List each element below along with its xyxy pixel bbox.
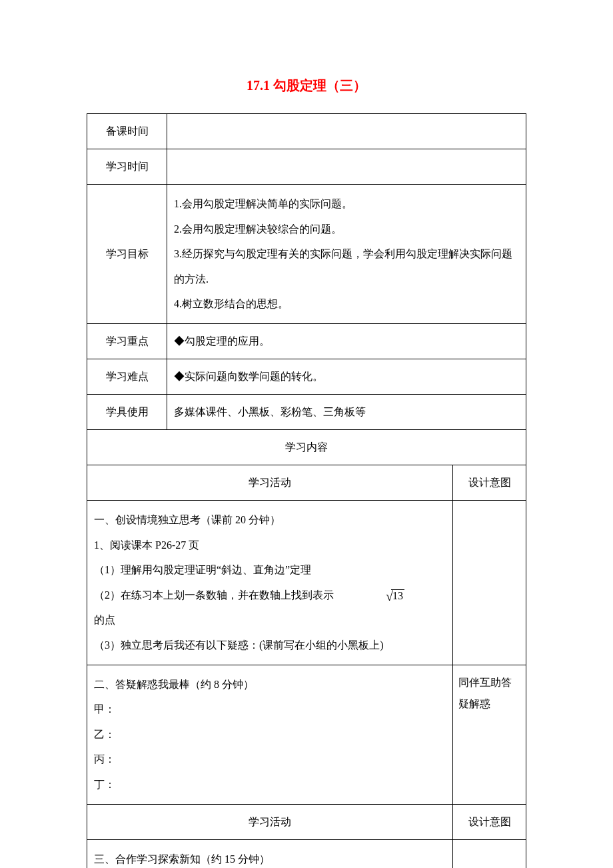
section2-line: 乙： (94, 722, 447, 747)
header-activity: 学习活动 (87, 465, 453, 500)
sqrt-prefix-text: （2）在练习本上划一条数轴，并在数轴上找到表示 (94, 589, 334, 601)
section3-heading: 三、合作学习探索新知（约 15 分钟） (94, 847, 447, 869)
table-row: 一、创设情境独立思考（课前 20 分钟） 1、阅读课本 P26-27 页 （1）… (87, 500, 526, 665)
section1-line-sqrt: （2）在练习本上划一条数轴，并在数轴上找到表示 √13 (94, 583, 447, 608)
objective-item: 3.经历探究与勾股定理有关的实际问题，学会利用勾股定理解决实际问题的方法. (174, 241, 520, 291)
sqrt-argument: 13 (391, 589, 404, 602)
table-row: 学习活动 设计意图 (87, 465, 526, 500)
section2-line: 丁： (94, 772, 447, 797)
table-row: 学习难点 ◆实际问题向数学问题的转化。 (87, 359, 526, 394)
objective-item: 2.会用勾股定理解决较综合的问题。 (174, 217, 520, 242)
table-row: 学习活动 设计意图 (87, 804, 526, 839)
label-study-time: 学习时间 (87, 149, 167, 185)
section2-cell: 二、答疑解惑我最棒（约 8 分钟） 甲： 乙： 丙： 丁： (87, 665, 453, 804)
value-objectives: 1.会用勾股定理解决简单的实际问题。 2.会用勾股定理解决较综合的问题。 3.经… (167, 185, 526, 324)
objective-item: 4.树立数形结合的思想。 (174, 291, 520, 317)
header-content: 学习内容 (87, 429, 526, 465)
table-row: 三、合作学习探索新知（约 15 分钟） 1、小组合作分析问题 2、小组合作答疑解… (87, 839, 526, 868)
objective-item: 1.会用勾股定理解决简单的实际问题。 (174, 191, 520, 217)
label-tools: 学具使用 (87, 394, 167, 429)
section1-line: （3）独立思考后我还有以下疑惑：(课前写在小组的小黑板上) (94, 633, 447, 658)
page-title: 17.1 勾股定理（三） (87, 77, 526, 95)
lesson-plan-table: 备课时间 学习时间 学习目标 1.会用勾股定理解决简单的实际问题。 2.会用勾股… (87, 113, 526, 868)
section3-cell: 三、合作学习探索新知（约 15 分钟） 1、小组合作分析问题 2、小组合作答疑解… (87, 839, 453, 868)
table-row: 学习内容 (87, 429, 526, 465)
value-key-point: ◆勾股定理的应用。 (167, 323, 526, 359)
label-objectives: 学习目标 (87, 185, 167, 324)
table-row: 学习目标 1.会用勾股定理解决简单的实际问题。 2.会用勾股定理解决较综合的问题… (87, 185, 526, 324)
section1-intent (453, 500, 526, 665)
section1-line: 1、阅读课本 P26-27 页 (94, 533, 447, 558)
value-tools: 多媒体课件、小黑板、彩粉笔、三角板等 (167, 394, 526, 429)
section2-line: 丙： (94, 747, 447, 772)
table-row: 学习时间 (87, 149, 526, 185)
section3-intent (453, 839, 526, 868)
value-prep-time (167, 114, 526, 149)
header-activity-2: 学习活动 (87, 804, 453, 839)
header-intent-2: 设计意图 (453, 804, 526, 839)
document-page: 17.1 勾股定理（三） 备课时间 学习时间 学习目标 1.会用勾股定理解决简单… (0, 0, 613, 868)
section2-heading: 二、答疑解惑我最棒（约 8 分钟） (94, 672, 447, 697)
table-row: 二、答疑解惑我最棒（约 8 分钟） 甲： 乙： 丙： 丁： 同伴互助答疑解惑 (87, 665, 526, 804)
value-difficulty: ◆实际问题向数学问题的转化。 (167, 359, 526, 394)
label-key-point: 学习重点 (87, 323, 167, 359)
header-intent: 设计意图 (453, 465, 526, 500)
table-row: 学具使用 多媒体课件、小黑板、彩粉笔、三角板等 (87, 394, 526, 429)
section1-line: 的点 (94, 607, 447, 633)
value-study-time (167, 149, 526, 185)
section1-cell: 一、创设情境独立思考（课前 20 分钟） 1、阅读课本 P26-27 页 （1）… (87, 500, 453, 665)
table-row: 备课时间 (87, 114, 526, 149)
section2-intent: 同伴互助答疑解惑 (453, 665, 526, 804)
section1-line: （1）理解用勾股定理证明“斜边、直角边”定理 (94, 557, 447, 583)
sqrt-expression: √13 (386, 589, 404, 603)
table-row: 学习重点 ◆勾股定理的应用。 (87, 323, 526, 359)
section2-line: 甲： (94, 697, 447, 722)
section1-heading: 一、创设情境独立思考（课前 20 分钟） (94, 507, 447, 533)
label-difficulty: 学习难点 (87, 359, 167, 394)
label-prep-time: 备课时间 (87, 114, 167, 149)
